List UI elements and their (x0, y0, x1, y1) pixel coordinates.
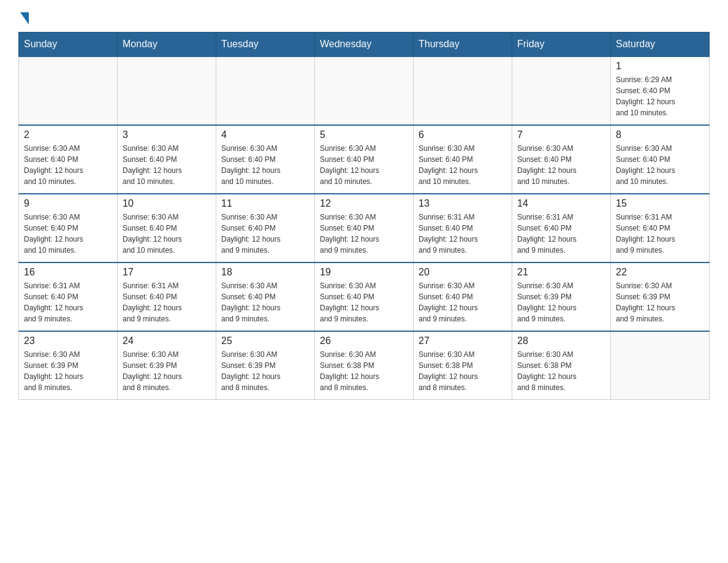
day-number: 10 (123, 198, 211, 209)
day-info: Sunrise: 6:30 AM Sunset: 6:39 PM Dayligh… (24, 349, 112, 393)
header-wednesday: Wednesday (315, 33, 414, 57)
day-number: 24 (123, 335, 211, 347)
day-info: Sunrise: 6:31 AM Sunset: 6:40 PM Dayligh… (123, 280, 211, 324)
header-friday: Friday (512, 33, 611, 57)
calendar-cell: 26Sunrise: 6:30 AM Sunset: 6:38 PM Dayli… (315, 331, 414, 400)
day-number: 14 (517, 198, 605, 209)
calendar-cell (512, 56, 611, 125)
day-info: Sunrise: 6:30 AM Sunset: 6:40 PM Dayligh… (123, 143, 211, 187)
header-saturday: Saturday (611, 33, 710, 57)
calendar-cell: 19Sunrise: 6:30 AM Sunset: 6:40 PM Dayli… (315, 262, 414, 331)
calendar-table: SundayMondayTuesdayWednesdayThursdayFrid… (18, 32, 710, 400)
header-sunday: Sunday (19, 33, 118, 57)
day-number: 16 (24, 267, 112, 278)
calendar-cell (19, 56, 118, 125)
day-number: 13 (419, 198, 507, 209)
day-info: Sunrise: 6:30 AM Sunset: 6:40 PM Dayligh… (221, 212, 309, 256)
day-info: Sunrise: 6:31 AM Sunset: 6:40 PM Dayligh… (616, 212, 704, 256)
day-info: Sunrise: 6:30 AM Sunset: 6:39 PM Dayligh… (123, 349, 211, 393)
logo (18, 12, 29, 26)
day-number: 21 (517, 267, 605, 278)
day-info: Sunrise: 6:31 AM Sunset: 6:40 PM Dayligh… (419, 212, 507, 256)
calendar-cell: 7Sunrise: 6:30 AM Sunset: 6:40 PM Daylig… (512, 125, 611, 194)
day-info: Sunrise: 6:30 AM Sunset: 6:38 PM Dayligh… (419, 349, 507, 393)
calendar-cell: 15Sunrise: 6:31 AM Sunset: 6:40 PM Dayli… (611, 194, 710, 262)
day-number: 6 (419, 129, 507, 140)
calendar-cell: 20Sunrise: 6:30 AM Sunset: 6:40 PM Dayli… (414, 262, 512, 331)
calendar-cell: 12Sunrise: 6:30 AM Sunset: 6:40 PM Dayli… (315, 194, 414, 262)
day-info: Sunrise: 6:30 AM Sunset: 6:40 PM Dayligh… (320, 143, 408, 187)
calendar-cell: 11Sunrise: 6:30 AM Sunset: 6:40 PM Dayli… (216, 194, 315, 262)
calendar-cell: 10Sunrise: 6:30 AM Sunset: 6:40 PM Dayli… (118, 194, 216, 262)
calendar-cell: 1Sunrise: 6:29 AM Sunset: 6:40 PM Daylig… (611, 56, 710, 125)
calendar-cell: 17Sunrise: 6:31 AM Sunset: 6:40 PM Dayli… (118, 262, 216, 331)
day-number: 9 (24, 198, 112, 209)
day-number: 8 (616, 129, 704, 140)
calendar-cell: 23Sunrise: 6:30 AM Sunset: 6:39 PM Dayli… (19, 331, 118, 400)
day-info: Sunrise: 6:30 AM Sunset: 6:40 PM Dayligh… (221, 143, 309, 187)
calendar-cell: 9Sunrise: 6:30 AM Sunset: 6:40 PM Daylig… (19, 194, 118, 262)
calendar-cell (414, 56, 512, 125)
calendar-cell: 28Sunrise: 6:30 AM Sunset: 6:38 PM Dayli… (512, 331, 611, 400)
day-number: 26 (320, 335, 408, 347)
day-info: Sunrise: 6:30 AM Sunset: 6:39 PM Dayligh… (616, 280, 704, 324)
day-info: Sunrise: 6:30 AM Sunset: 6:40 PM Dayligh… (419, 143, 507, 187)
day-info: Sunrise: 6:30 AM Sunset: 6:39 PM Dayligh… (517, 280, 605, 324)
calendar-cell: 13Sunrise: 6:31 AM Sunset: 6:40 PM Dayli… (414, 194, 512, 262)
day-number: 28 (517, 335, 605, 347)
day-info: Sunrise: 6:30 AM Sunset: 6:40 PM Dayligh… (616, 143, 704, 187)
day-number: 3 (123, 129, 211, 140)
day-number: 20 (419, 267, 507, 278)
calendar-cell: 3Sunrise: 6:30 AM Sunset: 6:40 PM Daylig… (118, 125, 216, 194)
calendar-cell: 22Sunrise: 6:30 AM Sunset: 6:39 PM Dayli… (611, 262, 710, 331)
header-thursday: Thursday (414, 33, 512, 57)
day-info: Sunrise: 6:30 AM Sunset: 6:40 PM Dayligh… (517, 143, 605, 187)
calendar-cell (315, 56, 414, 125)
calendar-cell: 8Sunrise: 6:30 AM Sunset: 6:40 PM Daylig… (611, 125, 710, 194)
day-info: Sunrise: 6:30 AM Sunset: 6:39 PM Dayligh… (221, 349, 309, 393)
header-tuesday: Tuesday (216, 33, 315, 57)
day-info: Sunrise: 6:30 AM Sunset: 6:38 PM Dayligh… (320, 349, 408, 393)
page-header (18, 12, 710, 26)
logo-arrow-icon (20, 12, 29, 25)
calendar-cell: 5Sunrise: 6:30 AM Sunset: 6:40 PM Daylig… (315, 125, 414, 194)
day-info: Sunrise: 6:30 AM Sunset: 6:40 PM Dayligh… (24, 212, 112, 256)
day-number: 1 (616, 61, 704, 72)
calendar-cell: 14Sunrise: 6:31 AM Sunset: 6:40 PM Dayli… (512, 194, 611, 262)
calendar-cell: 16Sunrise: 6:31 AM Sunset: 6:40 PM Dayli… (19, 262, 118, 331)
day-info: Sunrise: 6:30 AM Sunset: 6:40 PM Dayligh… (123, 212, 211, 256)
calendar-cell: 6Sunrise: 6:30 AM Sunset: 6:40 PM Daylig… (414, 125, 512, 194)
calendar-cell: 18Sunrise: 6:30 AM Sunset: 6:40 PM Dayli… (216, 262, 315, 331)
day-number: 25 (221, 335, 309, 347)
day-number: 27 (419, 335, 507, 347)
calendar-header: SundayMondayTuesdayWednesdayThursdayFrid… (19, 33, 710, 57)
day-number: 18 (221, 267, 309, 278)
calendar-cell (118, 56, 216, 125)
calendar-cell: 4Sunrise: 6:30 AM Sunset: 6:40 PM Daylig… (216, 125, 315, 194)
day-info: Sunrise: 6:30 AM Sunset: 6:40 PM Dayligh… (320, 212, 408, 256)
day-info: Sunrise: 6:30 AM Sunset: 6:38 PM Dayligh… (517, 349, 605, 393)
day-number: 2 (24, 129, 112, 140)
calendar-cell: 27Sunrise: 6:30 AM Sunset: 6:38 PM Dayli… (414, 331, 512, 400)
day-number: 12 (320, 198, 408, 209)
day-number: 19 (320, 267, 408, 278)
calendar-cell (611, 331, 710, 400)
calendar-cell: 21Sunrise: 6:30 AM Sunset: 6:39 PM Dayli… (512, 262, 611, 331)
day-number: 17 (123, 267, 211, 278)
day-info: Sunrise: 6:30 AM Sunset: 6:40 PM Dayligh… (221, 280, 309, 324)
day-info: Sunrise: 6:30 AM Sunset: 6:40 PM Dayligh… (320, 280, 408, 324)
day-number: 5 (320, 129, 408, 140)
day-number: 7 (517, 129, 605, 140)
day-info: Sunrise: 6:31 AM Sunset: 6:40 PM Dayligh… (24, 280, 112, 324)
day-number: 15 (616, 198, 704, 209)
day-info: Sunrise: 6:30 AM Sunset: 6:40 PM Dayligh… (24, 143, 112, 187)
calendar-cell: 2Sunrise: 6:30 AM Sunset: 6:40 PM Daylig… (19, 125, 118, 194)
day-info: Sunrise: 6:29 AM Sunset: 6:40 PM Dayligh… (616, 74, 704, 118)
header-monday: Monday (118, 33, 216, 57)
day-number: 11 (221, 198, 309, 209)
calendar-cell: 24Sunrise: 6:30 AM Sunset: 6:39 PM Dayli… (118, 331, 216, 400)
day-number: 23 (24, 335, 112, 347)
day-info: Sunrise: 6:31 AM Sunset: 6:40 PM Dayligh… (517, 212, 605, 256)
day-info: Sunrise: 6:30 AM Sunset: 6:40 PM Dayligh… (419, 280, 507, 324)
day-number: 4 (221, 129, 309, 140)
